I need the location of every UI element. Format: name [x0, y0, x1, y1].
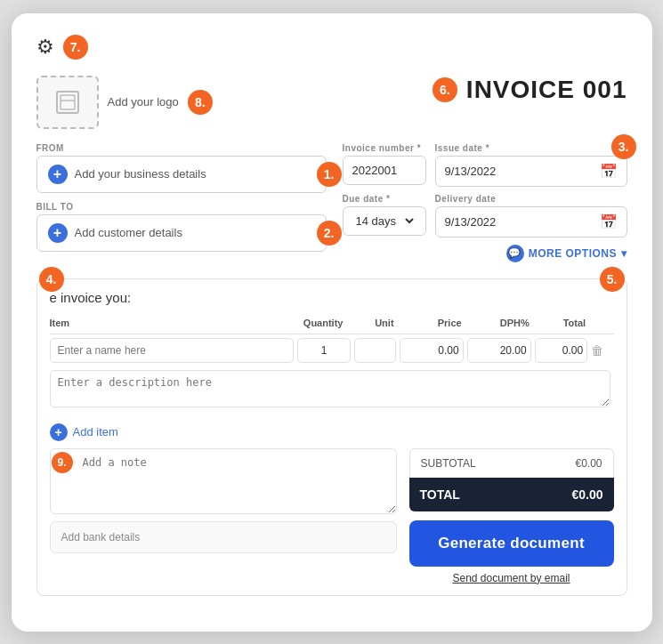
top-bar: ⚙ 7. [36, 35, 627, 60]
items-table: Item Quantity Unit Price DPH% Total [50, 314, 614, 415]
subtotal-label: SUBTOTAL [421, 457, 476, 470]
item-qty-input[interactable] [297, 338, 350, 363]
more-options-chevron: ▾ [621, 247, 627, 260]
due-date-wrap: 7 days 14 days 30 days 60 days Custom [343, 206, 426, 236]
invoice-number-field: Invoice number * [343, 143, 426, 187]
more-options-icon: 💬 [506, 245, 524, 262]
more-options-button[interactable]: 💬 MORE OPTIONS ▾ [506, 245, 627, 262]
more-options-label: MORE OPTIONS [529, 247, 617, 260]
gear-icon[interactable]: ⚙ [36, 36, 54, 59]
invoice-section: 4. 5. e invoice you: Item Quantity Unit … [36, 278, 627, 596]
subtotal-row: SUBTOTAL €0.00 [409, 448, 614, 478]
step7-badge: 7. [63, 35, 88, 60]
logo-placeholder-icon [53, 88, 82, 117]
issue-date-label: Issue date * [435, 143, 627, 153]
item-name-cell [50, 334, 298, 366]
col-item: Item [50, 314, 298, 334]
invoice-title: INVOICE 001 [466, 76, 627, 104]
logo-area: Add your logo 8. [36, 76, 213, 129]
step9-badge: 9. [52, 452, 73, 473]
more-options-bar: 💬 MORE OPTIONS ▾ [343, 245, 627, 262]
invoice-number-input[interactable] [343, 156, 426, 185]
step3-badge: 3. [611, 134, 636, 159]
issue-date-input[interactable] [445, 165, 594, 178]
delivery-date-calendar-icon[interactable]: 📅 [600, 213, 618, 230]
bottom-section: 9. Add bank details SUBTOTAL €0.00 TOTAL… [50, 448, 614, 584]
step2-badge: 2. [317, 221, 342, 246]
header-row: Add your logo 8. 6. INVOICE 001 [36, 76, 627, 129]
fields-row: FROM + Add your business details 1. BILL… [36, 143, 627, 270]
right-fields: 3. Invoice number * Issue date * 📅 Due d… [343, 143, 627, 270]
subtotal-value: €0.00 [575, 457, 602, 470]
issue-date-field: Issue date * 📅 [435, 143, 627, 187]
step8-badge: 8. [188, 90, 213, 115]
item-unit-cell [354, 334, 400, 366]
table-row: 🗑 [50, 334, 614, 366]
item-dph-input[interactable] [467, 338, 531, 363]
add-business-label: Add your business details [75, 167, 206, 181]
note-input[interactable] [50, 448, 397, 514]
from-label: FROM [36, 143, 327, 153]
step6-badge: 6. [433, 77, 457, 102]
delivery-date-label: Delivery date [435, 194, 627, 204]
issue-date-wrap: 📅 [435, 156, 627, 187]
total-value: €0.00 [571, 487, 602, 502]
note-wrapper: 9. [50, 448, 397, 514]
item-delete-cell: 🗑 [591, 334, 613, 366]
table-row-desc [50, 366, 614, 415]
due-date-select[interactable]: 7 days 14 days 30 days 60 days Custom [352, 213, 416, 229]
bill-to-label: BILL TO [36, 202, 327, 212]
delivery-date-input[interactable] [445, 215, 594, 229]
invoice-number-row: Invoice number * Issue date * 📅 [343, 143, 627, 187]
plus-icon: + [48, 165, 68, 184]
add-item-label: Add item [73, 425, 118, 439]
col-quantity: Quantity [297, 314, 353, 334]
svg-rect-1 [61, 95, 75, 109]
item-total-cell [535, 334, 591, 366]
item-desc-cell [50, 366, 614, 415]
from-group: FROM + Add your business details 1. [36, 143, 327, 193]
bill-to-group: BILL TO + Add customer details 2. [36, 202, 327, 252]
left-fields: FROM + Add your business details 1. BILL… [36, 143, 327, 270]
add-item-plus-icon: + [50, 423, 68, 441]
delivery-date-field: Delivery date 📅 [435, 194, 627, 237]
item-qty-cell [297, 334, 353, 366]
step5-badge: 5. [600, 267, 625, 292]
step1-badge: 1. [317, 162, 342, 187]
email-link[interactable]: Send document by email [409, 572, 614, 584]
due-delivery-row: Due date * 7 days 14 days 30 days 60 day… [343, 194, 627, 237]
total-row: TOTAL €0.00 [409, 478, 614, 511]
col-price: Price [400, 314, 467, 334]
plus-icon-2: + [48, 223, 68, 243]
item-desc-input[interactable] [50, 370, 610, 407]
add-customer-label: Add customer details [75, 226, 182, 239]
col-total: Total [535, 314, 591, 334]
right-bottom: SUBTOTAL €0.00 TOTAL €0.00 Generate docu… [409, 448, 614, 584]
bank-details-field[interactable]: Add bank details [50, 521, 397, 553]
item-name-input[interactable] [50, 338, 295, 363]
col-unit: Unit [354, 314, 400, 334]
col-dph: DPH% [467, 314, 535, 334]
bank-details-label: Add bank details [61, 531, 141, 543]
app-container: ⚙ 7. Add your logo 8. 6. INVOICE 001 FRO… [12, 13, 652, 632]
add-customer-btn[interactable]: + Add customer details 2. [36, 214, 327, 252]
item-price-cell [400, 334, 467, 366]
invoice-title-area: 6. INVOICE 001 [433, 76, 627, 104]
left-bottom: 9. Add bank details [50, 448, 397, 553]
due-date-field: Due date * 7 days 14 days 30 days 60 day… [343, 194, 426, 237]
generate-button[interactable]: Generate document [409, 520, 614, 567]
item-price-input[interactable] [400, 338, 464, 363]
due-date-label: Due date * [343, 194, 426, 204]
add-logo-label[interactable]: Add your logo [108, 95, 179, 109]
invoice-number-label: Invoice number * [343, 143, 426, 153]
item-unit-input[interactable] [354, 338, 396, 363]
delivery-date-wrap: 📅 [435, 206, 627, 237]
logo-box[interactable] [36, 76, 99, 129]
item-total-input[interactable] [535, 338, 587, 363]
total-label: TOTAL [420, 487, 460, 502]
issue-date-calendar-icon[interactable]: 📅 [600, 163, 618, 180]
delete-item-icon[interactable]: 🗑 [591, 343, 603, 358]
add-business-btn[interactable]: + Add your business details 1. [36, 156, 327, 193]
add-item-button[interactable]: + Add item [50, 423, 614, 441]
item-dph-cell [467, 334, 535, 366]
